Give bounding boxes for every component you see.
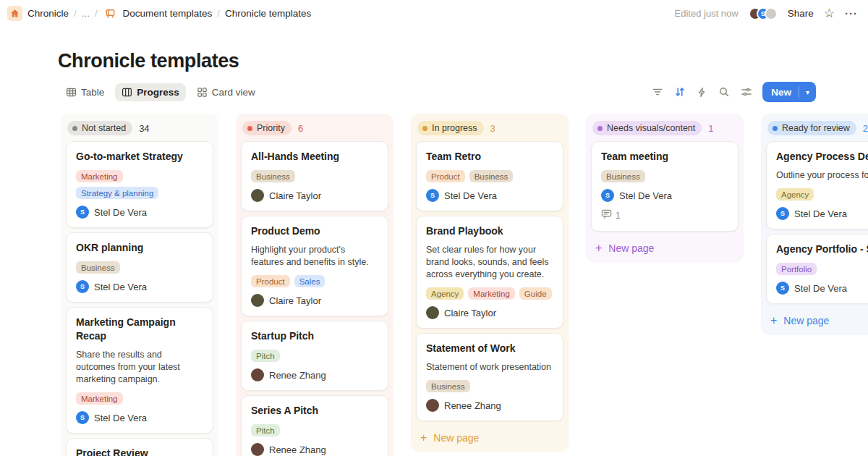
kanban-card[interactable]: Brand PlaybookSet clear rules for how yo… <box>416 216 563 329</box>
kanban-card[interactable]: Team meetingBusinessSStel De Vera1 <box>591 141 739 232</box>
kanban-card[interactable]: OKR planningBusinessSStel De Vera <box>66 232 213 303</box>
column-header[interactable]: Ready for review2 <box>766 119 868 141</box>
column-title: Priority <box>257 123 285 133</box>
assignee-avatar: S <box>776 282 789 295</box>
status-dot-icon <box>773 126 778 131</box>
status-dot-icon <box>422 126 427 131</box>
card-tags: Marketing <box>76 392 203 405</box>
new-button[interactable]: New ▾ <box>762 82 816 102</box>
kanban-card[interactable]: Series A PitchPitchRenee Zhang <box>241 395 388 456</box>
breadcrumb-item-current: Chronicle templates <box>225 8 311 19</box>
sort-icon[interactable] <box>674 86 686 98</box>
column-status-pill[interactable]: Priority <box>242 121 292 135</box>
tag-badge: Business <box>469 170 514 182</box>
kanban-column: Needs visuals/content1Team meetingBusine… <box>586 114 744 263</box>
assignee-name: Claire Taylor <box>269 295 321 306</box>
breadcrumb-collapsed[interactable]: ... <box>82 8 90 19</box>
new-page-button[interactable]: +New page <box>416 426 563 445</box>
kanban-card[interactable]: Team RetroProductBusinessSStel De Vera <box>416 141 563 211</box>
column-count: 6 <box>298 123 303 134</box>
tab-card-view-label: Card view <box>212 87 255 98</box>
assignee-name: Renee Zhang <box>444 400 501 411</box>
kanban-column: In progress3Team RetroProductBusinessSSt… <box>411 114 569 452</box>
breadcrumb-item-document-templates[interactable]: Document templates <box>123 8 213 19</box>
column-count: 34 <box>139 123 149 134</box>
kanban-card[interactable]: All-Hands MeetingBusinessClaire Taylor <box>241 141 388 211</box>
card-tags: ProductSales <box>251 275 378 287</box>
tab-table-label: Table <box>81 87 104 98</box>
column-title: Needs visuals/content <box>607 123 695 133</box>
card-title: Brand Playbook <box>426 224 553 238</box>
column-status-pill[interactable]: Ready for review <box>767 121 856 135</box>
assignee-avatar <box>426 399 439 412</box>
card-title: Marketing Campaign Recap <box>76 316 203 343</box>
view-tabs: Table Progress Card view <box>59 83 262 101</box>
breadcrumb-app[interactable]: Chronicle <box>27 8 69 19</box>
kanban-card[interactable]: Product DemoHighlight your product's fea… <box>241 216 388 316</box>
tab-card-view[interactable]: Card view <box>190 83 262 101</box>
tag-badge: Agency <box>426 287 464 300</box>
new-page-button[interactable]: +New page <box>591 236 739 256</box>
assignee-avatar <box>251 368 264 381</box>
card-tags: Agency <box>776 188 868 200</box>
topbar: Chronicle / ... / Document templates / C… <box>0 0 868 27</box>
home-icon[interactable] <box>7 6 22 21</box>
tab-table[interactable]: Table <box>59 83 111 101</box>
assignee-avatar: S <box>601 189 614 202</box>
view-settings-icon[interactable] <box>741 86 752 98</box>
assignee-name: Stel De Vera <box>619 190 672 201</box>
tag-badge: Business <box>76 261 120 274</box>
assignee-avatar: S <box>76 411 89 424</box>
kanban-card[interactable]: Go-to-market StrategyMarketingStrategy &… <box>66 141 213 228</box>
card-tags: Portfolio <box>776 263 868 275</box>
column-header[interactable]: Not started34 <box>66 119 213 141</box>
column-header[interactable]: In progress3 <box>416 119 563 141</box>
card-description: Share the results and outcomes from your… <box>76 349 203 386</box>
card-assignee: Renee Zhang <box>426 399 553 412</box>
breadcrumb-separator: / <box>74 8 77 19</box>
kanban-card[interactable]: Statement of WorkStatement of work prese… <box>416 333 563 421</box>
kanban-card[interactable]: Startup PitchPitchRenee Zhang <box>241 321 388 391</box>
column-header[interactable]: Priority6 <box>241 119 388 141</box>
column-title: Ready for review <box>782 123 850 133</box>
more-options-icon[interactable]: ··· <box>845 8 858 19</box>
board-columns-icon <box>122 87 132 98</box>
card-assignee: Claire Taylor <box>251 294 378 307</box>
card-title: Series A Pitch <box>251 404 378 418</box>
filter-icon[interactable] <box>652 86 663 98</box>
template-folder-icon <box>103 6 118 21</box>
column-status-pill[interactable]: In progress <box>417 121 484 135</box>
favorite-star-icon[interactable]: ☆ <box>824 7 835 20</box>
column-header[interactable]: Needs visuals/content1 <box>591 119 739 141</box>
new-button-label: New <box>762 87 799 98</box>
share-button[interactable]: Share <box>788 8 814 19</box>
automation-bolt-icon[interactable] <box>697 87 707 98</box>
card-assignee: SStel De Vera <box>426 189 553 202</box>
card-title: Team Retro <box>426 150 553 164</box>
tag-badge: Marketing <box>468 287 515 300</box>
board-tool-icons <box>652 86 752 98</box>
kanban-card[interactable]: Project ReviewBusinessProductSStel De Ve… <box>66 438 213 456</box>
tag-badge: Portfolio <box>776 263 817 275</box>
card-assignee: Claire Taylor <box>426 306 553 319</box>
card-tags: ProductBusiness <box>426 170 553 182</box>
tag-badge: Business <box>426 380 470 392</box>
kanban-card[interactable]: Agency Portfolio - StudioPortfolioSStel … <box>766 234 868 304</box>
tag-badge: Marketing <box>76 392 123 405</box>
new-page-button[interactable]: +New page <box>766 308 868 328</box>
card-tags: Business <box>251 170 378 182</box>
tag-badge: Strategy & planning <box>76 187 158 199</box>
column-status-pill[interactable]: Not started <box>67 121 132 135</box>
comment-count: 1 <box>616 211 621 221</box>
kanban-card[interactable]: Agency Process DeckOutline your process … <box>766 141 868 229</box>
collaborator-avatars[interactable]: S <box>749 7 778 20</box>
kanban-column: Not started34Go-to-market StrategyMarket… <box>61 114 218 456</box>
chevron-down-icon[interactable]: ▾ <box>799 88 816 96</box>
kanban-card[interactable]: Marketing Campaign RecapShare the result… <box>66 307 213 434</box>
card-title: OKR planning <box>76 241 203 255</box>
assignee-name: Stel De Vera <box>94 413 147 423</box>
search-icon[interactable] <box>718 86 730 98</box>
tab-progress[interactable]: Progress <box>115 83 186 101</box>
column-status-pill[interactable]: Needs visuals/content <box>592 121 702 135</box>
assignee-avatar <box>251 294 264 307</box>
